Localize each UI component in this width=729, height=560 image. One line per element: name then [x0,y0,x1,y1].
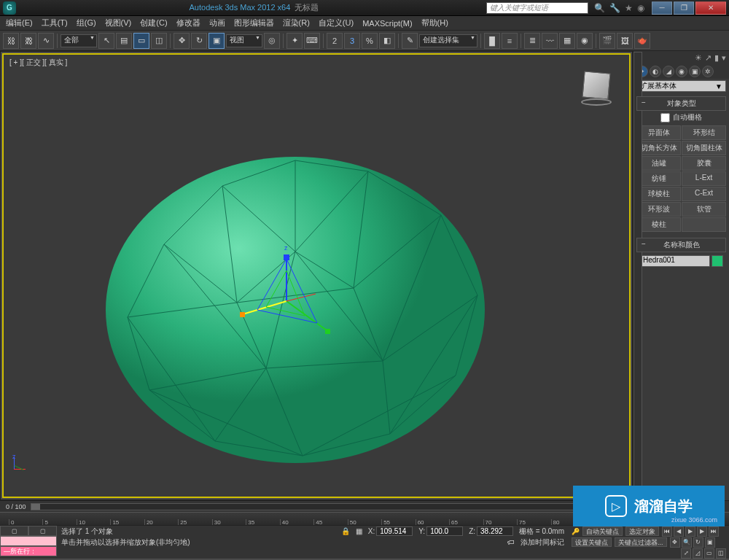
window-crossing-icon[interactable]: ◫ [151,33,167,49]
nav-fov-icon[interactable]: ◿ [693,548,703,559]
z-coord-input[interactable]: 38.292 [477,526,513,536]
x-coord-input[interactable]: 109.514 [376,526,413,536]
play-icon[interactable]: ▶ [685,526,695,537]
maximize-button[interactable]: ❐ [674,1,694,15]
viewcube[interactable] [577,68,616,107]
next-frame-icon[interactable]: ▶ [697,526,707,537]
mirror-icon[interactable]: ▐▌ [484,33,500,49]
keyboard-shortcut-icon[interactable]: ⌨ [304,33,320,49]
panel-more-icon[interactable]: ▾ [722,53,726,63]
viewport-label[interactable]: [ + ][ 正交 ][ 真实 ] [9,58,67,68]
time-tag-icon[interactable]: 🏷 [507,538,515,546]
nav-zoom-ext-icon[interactable]: ⤢ [681,548,691,559]
viewport[interactable]: [ + ][ 正交 ][ 真实 ] [2,53,631,498]
select-region-icon[interactable]: ▭ [133,33,149,49]
lock-icon[interactable]: 🔒 [341,527,350,535]
unlink-icon[interactable]: ⛓̸ [20,33,36,49]
type-ringwave-button[interactable]: 环形波 [636,202,681,217]
type-torusknot-button[interactable]: 环形结 [682,125,726,140]
create-category-dropdown[interactable]: 扩展基本体▼ [636,80,726,92]
goto-start-icon[interactable]: ⏮ [662,526,672,537]
nav-region-icon[interactable]: ▭ [704,548,714,559]
app-icon[interactable]: G [3,1,16,15]
autogrid-checkbox[interactable] [660,113,670,122]
type-chamferbox-button[interactable]: 切角长方体 [636,141,681,155]
type-cext-button[interactable]: C-Ext [682,187,726,201]
nav-orbit-icon[interactable]: ↻ [693,537,703,548]
hedra-geometry[interactable]: z [91,142,499,478]
autokey-button[interactable]: 自动关键点 [582,526,623,536]
type-hedra-button[interactable]: 异面体 [636,125,681,140]
tool-icon[interactable]: 🔧 [609,3,620,13]
sun-icon[interactable]: ☀ [695,53,702,63]
y-coord-input[interactable]: 100.0 [426,526,463,536]
mini-listener-btn2[interactable]: ▢ [28,526,57,536]
display-tab[interactable]: ▣ [689,66,701,77]
percent-snap-icon[interactable]: % [362,33,378,49]
type-hose-button[interactable]: 软管 [682,202,726,217]
menu-view[interactable]: 视图(V) [105,18,132,28]
setkey-button[interactable]: 设置关键点 [572,537,612,547]
angle-snap-icon[interactable]: 3 [344,33,360,49]
nav-pan-icon[interactable]: ✥ [670,537,680,548]
menu-help[interactable]: 帮助(H) [421,18,448,28]
object-name-input[interactable]: Hedra001 [639,255,710,267]
type-capsule-button[interactable]: 胶囊 [682,156,726,171]
goto-end-icon[interactable]: ⏭ [709,526,719,537]
select-name-icon[interactable]: ▤ [116,33,132,49]
time-slider-handle[interactable] [31,504,40,510]
prev-frame-icon[interactable]: ◀ [674,526,684,537]
align-icon[interactable]: ≡ [502,33,518,49]
menu-graph-editors[interactable]: 图形编辑器 [234,18,274,28]
motion-tab[interactable]: ◉ [676,66,687,77]
render-setup-icon[interactable]: 🎬 [599,33,615,49]
menu-tools[interactable]: 工具(T) [42,18,68,28]
menu-group[interactable]: 组(G) [77,18,96,28]
nav-max-icon[interactable]: ▣ [705,537,715,548]
render-icon[interactable]: 🫖 [634,33,650,49]
menu-customize[interactable]: 自定义(U) [319,18,354,28]
modify-tab[interactable]: ◐ [650,66,661,77]
object-type-section-title[interactable]: 对象类型 [636,96,726,111]
arrow-pick-icon[interactable]: ↗ [705,53,712,63]
type-chamfercyl-button[interactable]: 切角圆柱体 [682,141,726,155]
minimize-button[interactable]: ─ [652,1,672,15]
search-icon[interactable]: 🔍 [594,3,605,13]
select-icon[interactable]: ↖ [98,33,114,49]
type-lext-button[interactable]: L-Ext [682,171,726,186]
layers-icon[interactable]: ≣ [524,33,540,49]
close-button[interactable]: ✕ [695,1,726,15]
type-prism-button[interactable]: 棱柱 [636,217,681,232]
menu-create[interactable]: 创建(C) [140,18,167,28]
menu-modifiers[interactable]: 修改器 [176,18,200,28]
listener-pink-row[interactable] [0,536,57,546]
keyfilter-button[interactable]: 关键点过滤器... [615,537,667,547]
key-icon[interactable]: 🔑 [572,528,580,535]
object-color-swatch[interactable] [712,255,723,267]
selected-obj-button[interactable]: 选定对象 [625,526,659,536]
menu-maxscript[interactable]: MAXScript(M) [362,19,412,28]
manipulate-icon[interactable]: ✦ [286,33,303,49]
selection-filter-dropdown[interactable]: 全部 [61,34,97,47]
ref-coord-dropdown[interactable]: 视图 [226,34,262,47]
utilities-tab[interactable]: ✲ [702,66,714,77]
schematic-view-icon[interactable]: ▦ [559,33,575,49]
hierarchy-tab[interactable]: ◢ [663,66,674,77]
bind-space-warp-icon[interactable]: ∿ [38,33,54,49]
type-spindle-button[interactable]: 纺锤 [636,171,681,186]
snap-2d-icon[interactable]: 2 [327,33,343,49]
nav-toggle-icon[interactable]: ◫ [716,548,726,559]
autogrid-checkbox-row[interactable]: 自动栅格 [636,111,726,124]
material-editor-icon[interactable]: ◉ [577,33,593,49]
type-gengon-button[interactable]: 球棱柱 [636,187,681,201]
menu-animation[interactable]: 动画 [209,18,225,28]
nav-zoom-icon[interactable]: 🔍 [682,537,692,548]
move-icon[interactable]: ✥ [174,33,190,49]
curve-editor-icon[interactable]: 〰 [542,33,558,49]
render-frame-icon[interactable]: 🖼 [617,33,633,49]
name-color-section-title[interactable]: 名称和颜色 [636,238,726,252]
filter-icon[interactable]: ▮ [714,53,719,63]
mini-listener-btn1[interactable]: ▢ [0,526,28,536]
add-time-tag[interactable]: 添加时间标记 [521,537,564,548]
link-icon[interactable]: ⛓ [3,33,19,49]
